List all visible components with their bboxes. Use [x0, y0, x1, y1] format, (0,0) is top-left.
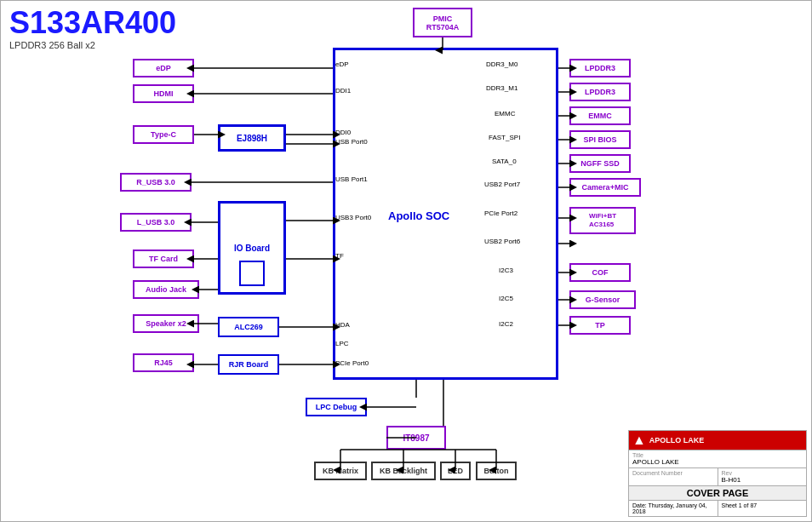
- soc-signal-usb-port1: USB Port1: [335, 175, 368, 183]
- soc-signal-pcie-port2: PCIe Port2: [484, 209, 518, 217]
- hdmi-box: HDMI: [133, 84, 194, 103]
- title-main: S133AR400: [9, 8, 176, 38]
- bottom-info-row2: Document Number Rev B-H01: [629, 468, 806, 485]
- lpddr3-1-box: LPDDR3: [569, 59, 631, 77]
- io-inner-box: [239, 261, 265, 286]
- page: S133AR400 LPDDR3 256 Ball x2 PMIC RT5704…: [0, 0, 812, 522]
- rev-value: B-H01: [722, 476, 803, 484]
- sheet-label: Sheet: [722, 502, 737, 508]
- project-name: APOLLO LAKE: [632, 458, 803, 466]
- edp-box: eDP: [133, 59, 194, 77]
- ej898h-box: EJ898H: [218, 124, 286, 152]
- doc-number-cell: Document Number: [629, 468, 718, 485]
- rev-cell: Rev B-H01: [718, 468, 807, 485]
- bottom-info-header: ▲ APOLLO LAKE: [629, 431, 806, 450]
- soc-signal-pcie-port0: PCIe Port0: [335, 359, 369, 367]
- it8987-box: IT8987: [386, 426, 446, 450]
- wifi-bt-box: WiFi+BTAC3165: [569, 207, 636, 234]
- led-box: LED: [440, 462, 471, 480]
- total-value: 87: [750, 502, 757, 508]
- rjr-board-box: RJR Board: [218, 354, 279, 375]
- ej898h-label: EJ898H: [237, 134, 267, 143]
- soc-signal-i2c3: I2C3: [499, 267, 513, 274]
- kb-matrix-box: KB Matrix: [314, 462, 367, 480]
- cover-page-title: COVER PAGE: [629, 485, 806, 500]
- pmic-box: PMIC RT5704A: [413, 8, 472, 37]
- soc-signal-i2c2: I2C2: [499, 320, 513, 328]
- soc-signal-lpc: LPC: [335, 340, 349, 347]
- date-label: Date:: [632, 502, 647, 508]
- spi-bios-box: SPI BIOS: [569, 130, 631, 149]
- soc-signal-ddr3-m1: DDR3_M1: [486, 84, 518, 92]
- lpc-debug-label: LPC Debug: [316, 403, 357, 411]
- io-board-label: IO Board: [234, 244, 270, 253]
- g-sensor-box: G-Sensor: [569, 290, 636, 309]
- bottom-info-footer: Date: Thursday, January 04, 2018 Sheet 1…: [629, 500, 806, 516]
- speaker-x2-box: Speaker x2: [133, 314, 199, 333]
- sheet-value: 1: [739, 502, 742, 508]
- project-cell: Title APOLLO LAKE: [629, 450, 806, 468]
- bottom-info-row1: Title APOLLO LAKE: [629, 450, 806, 468]
- soc-signal-tf: TF: [335, 252, 344, 260]
- soc-signal-i2c5: I2C5: [499, 295, 513, 302]
- rj45-box: RJ45: [133, 353, 194, 372]
- soc-signal-edp: eDP: [335, 60, 349, 68]
- ngff-ssd-box: NGFF SSD: [569, 154, 631, 173]
- soc-signal-ddi1: DDI1: [335, 87, 351, 95]
- cof-box: COF: [569, 263, 631, 282]
- date-cell: Date: Thursday, January 04, 2018: [629, 501, 718, 516]
- soc-signal-usb2-port7: USB2 Port7: [484, 181, 520, 188]
- rjr-board-label: RJR Board: [229, 360, 269, 369]
- lpc-debug-box: LPC Debug: [306, 398, 367, 416]
- soc-signal-usb2-port6: USB2 Port6: [484, 238, 520, 245]
- lpddr3-2-box: LPDDR3: [569, 83, 631, 101]
- soc-signal-hda: HDA: [335, 321, 350, 329]
- pmic-line2: RT5704A: [426, 23, 460, 32]
- company-icon: ▲: [632, 433, 646, 448]
- pmic-line1: PMIC: [433, 14, 453, 23]
- alc269-label: ALC269: [234, 323, 263, 331]
- soc-signal-usb3-port0: USB3 Port0: [335, 214, 371, 221]
- soc-signal-ddi0: DDI0: [335, 129, 351, 136]
- it8987-label: IT8987: [403, 433, 429, 443]
- soc-signal-fast-spi: FAST_SPI: [489, 134, 520, 141]
- doc-number-label: Document Number: [632, 470, 714, 476]
- tf-card-box: TF Card: [133, 250, 194, 268]
- apollo-soc-label: Apollo SOC: [388, 209, 449, 222]
- r-usb30-box: R_USB 3.0: [120, 173, 192, 192]
- of-label: of: [744, 502, 749, 508]
- kb-backlight-box: KB Backlight: [371, 462, 436, 480]
- title-area: S133AR400 LPDDR3 256 Ball x2: [9, 8, 176, 50]
- soc-signal-usb-port0: USB Port0: [335, 138, 368, 146]
- soc-signal-ddr3-m0: DDR3_M0: [486, 60, 518, 68]
- l-usb30-box: L_USB 3.0: [120, 213, 192, 232]
- company-name: APOLLO LAKE: [649, 436, 705, 445]
- audio-jack-box: Audio Jack: [133, 280, 199, 299]
- sheet-cell: Sheet 1 of 87: [718, 501, 807, 516]
- alc269-box: ALC269: [218, 317, 279, 337]
- bottom-info-panel: ▲ APOLLO LAKE Title APOLLO LAKE Document…: [628, 430, 807, 517]
- button-box: Button: [476, 462, 517, 480]
- emmc-box: EMMC: [569, 106, 631, 125]
- soc-signal-emmc: EMMC: [495, 110, 515, 118]
- soc-signal-sata0: SATA_0: [492, 158, 517, 165]
- type-c-box: Type-C: [133, 125, 194, 144]
- tp-box: TP: [569, 316, 631, 335]
- camera-mic-box: Camera+MIC: [569, 178, 641, 197]
- title-sub: LPDDR3 256 Ball x2: [9, 40, 176, 50]
